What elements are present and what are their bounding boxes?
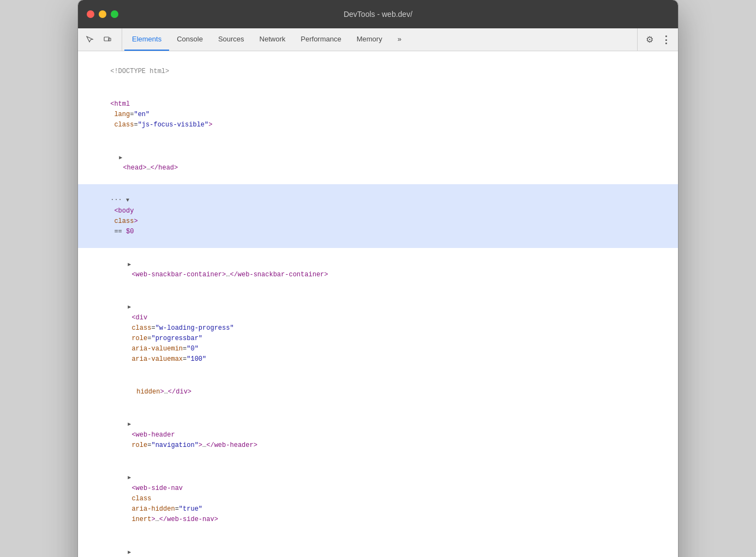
dom-line-10[interactable]: ▶ <main>…</main> — [78, 536, 678, 557]
title-bar: DevTools - web.dev/ — [78, 0, 678, 28]
dom-line-7[interactable]: hidden>…</div> — [78, 376, 678, 409]
expand-body-arrow[interactable]: ▼ — [126, 196, 131, 205]
tab-console[interactable]: Console — [169, 28, 211, 51]
expand-main-arrow[interactable]: ▶ — [128, 548, 133, 557]
dom-line-8[interactable]: ▶ <web-header role="navigation">…</web-h… — [78, 408, 678, 462]
tab-performance[interactable]: Performance — [293, 28, 349, 51]
device-toggle-icon[interactable] — [100, 32, 115, 47]
dom-line-1[interactable]: <!DOCTYPE html> — [78, 56, 678, 88]
minimize-button[interactable] — [99, 10, 106, 18]
toolbar-right: ⚙ ⋮ — [637, 28, 674, 51]
toolbar-left — [82, 28, 122, 51]
tab-more[interactable]: » — [390, 28, 409, 51]
expand-snackbar-arrow[interactable]: ▶ — [128, 261, 133, 269]
settings-icon[interactable]: ⚙ — [642, 32, 657, 47]
dom-line-9[interactable]: ▶ <web-side-nav class aria-hidden="true"… — [78, 462, 678, 536]
expand-header-arrow[interactable]: ▶ — [128, 420, 133, 429]
dom-line-4[interactable]: ··· ▼ <body class> == $0 — [78, 184, 678, 248]
window-title: DevTools - web.dev/ — [344, 10, 412, 19]
maximize-button[interactable] — [111, 10, 118, 18]
tab-network[interactable]: Network — [252, 28, 293, 51]
dom-line-6[interactable]: ▶ <div class="w-loading-progress" role="… — [78, 291, 678, 376]
dom-line-5[interactable]: ▶ <web-snackbar-container>…</web-snackba… — [78, 248, 678, 291]
tab-memory[interactable]: Memory — [349, 28, 390, 51]
close-button[interactable] — [87, 10, 94, 18]
dom-line-3[interactable]: ▶ <head>…</head> — [78, 142, 678, 185]
dom-panel: <!DOCTYPE html> <html lang="en" class="j… — [78, 51, 678, 557]
inspect-icon[interactable] — [82, 32, 98, 47]
more-options-icon[interactable]: ⋮ — [658, 32, 674, 47]
tab-sources[interactable]: Sources — [211, 28, 252, 51]
traffic-lights — [87, 10, 118, 18]
tab-elements[interactable]: Elements — [124, 28, 169, 51]
expand-sidenav-arrow[interactable]: ▶ — [128, 474, 133, 482]
expand-div-arrow[interactable]: ▶ — [128, 303, 133, 312]
dom-line-2[interactable]: <html lang="en" class="js-focus-visible"… — [78, 88, 678, 142]
main-tab-bar: Elements Console Sources Network Perform… — [78, 28, 678, 51]
expand-head-arrow[interactable]: ▶ — [119, 154, 124, 162]
devtools-window: DevTools - web.dev/ Elements Console So — [78, 0, 678, 557]
